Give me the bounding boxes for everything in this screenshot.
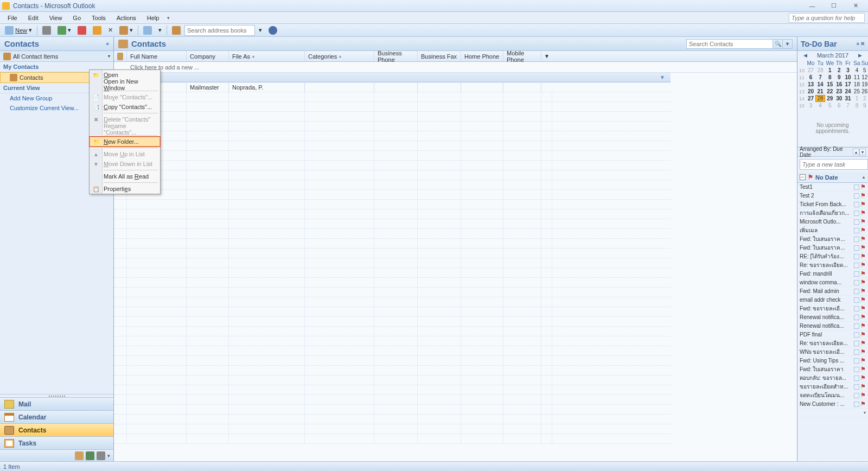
calendar-day[interactable]: 8 (852, 102, 861, 109)
calendar-day[interactable]: 5 (825, 102, 834, 109)
context-menu-item[interactable]: Open in New Window (90, 80, 160, 90)
add-new-contact-row[interactable]: Click here to add a new ... (114, 62, 797, 73)
task-checkbox[interactable] (854, 289, 859, 294)
search-address-dropdown[interactable]: ▾ (256, 25, 265, 36)
task-checkbox[interactable] (854, 323, 859, 329)
calendar-day[interactable]: 18 (852, 81, 861, 88)
calendar-day[interactable]: 9 (861, 102, 868, 109)
contact-row[interactable]: Mailmaster Noprada, P. (114, 82, 671, 92)
calendar-day[interactable]: 28 (815, 95, 825, 102)
journal-icon[interactable] (97, 451, 105, 460)
calendar-day[interactable]: 14 (815, 81, 825, 88)
prev-month-button[interactable]: ◀ (803, 53, 807, 58)
task-item[interactable]: WNs ขอรายละเอี...⚑ (797, 348, 868, 357)
calendar-day[interactable]: 27 (806, 67, 815, 74)
task-flag-icon[interactable]: ⚑ (860, 296, 866, 303)
column-businessfax[interactable]: Business Fax (418, 51, 461, 61)
task-item[interactable]: PDF final⚑ (797, 330, 868, 339)
calendar-day[interactable]: 25 (852, 88, 861, 95)
task-flag-icon[interactable]: ⚑ (860, 209, 866, 217)
task-checkbox[interactable] (854, 237, 859, 242)
calendar-day[interactable]: 31 (844, 95, 852, 102)
column-fileas[interactable]: File As▴ (229, 51, 305, 61)
shortcuts-icon[interactable] (86, 451, 94, 460)
help-question-input[interactable] (789, 13, 865, 23)
send-receive-button[interactable]: ▾ (55, 25, 74, 36)
task-checkbox[interactable] (854, 254, 859, 259)
task-flag-icon[interactable]: ⚑ (860, 400, 866, 408)
context-menu-item[interactable]: 📋Properties (90, 184, 160, 194)
collapse-nodate-icon[interactable]: − (800, 174, 806, 180)
calendar-day[interactable]: 30 (835, 95, 844, 102)
task-item[interactable]: Fwd: ใบเสนอราค...⚑ (797, 244, 868, 252)
task-checkbox[interactable] (854, 184, 859, 190)
help-question-dropdown[interactable]: ▾ (164, 15, 172, 21)
calendar-day[interactable]: 2 (835, 67, 844, 74)
task-item[interactable]: การแจ้งเตือนเกี่ยวก...⚑ (797, 209, 868, 218)
task-flag-icon[interactable]: ⚑ (860, 357, 866, 364)
calendar-day[interactable]: 6 (806, 74, 815, 81)
task-item[interactable]: Renewal notifica...⚑ (797, 322, 868, 330)
calendar-day[interactable]: 4 (815, 102, 825, 109)
task-flag-icon[interactable]: ⚑ (860, 322, 866, 329)
task-flag-icon[interactable]: ⚑ (860, 183, 866, 190)
column-fullname[interactable]: Full Name (127, 51, 187, 61)
calendar-day[interactable]: 11 (852, 74, 861, 81)
menu-help[interactable]: Help (142, 14, 165, 22)
task-item[interactable]: Re: ขอรายละเอียด...⚑ (797, 339, 868, 348)
menu-go[interactable]: Go (67, 14, 86, 22)
calendar-day[interactable]: 3 (806, 102, 815, 109)
calendar-day[interactable]: 5 (861, 67, 868, 74)
context-menu-item[interactable]: Mark All as Read (90, 171, 160, 181)
maximize-button[interactable]: ☐ (824, 1, 844, 11)
nav-button-mail[interactable]: Mail (0, 397, 113, 410)
task-checkbox[interactable] (854, 263, 859, 268)
calendar-day[interactable]: 13 (806, 81, 815, 88)
task-checkbox[interactable] (854, 280, 859, 285)
task-item[interactable]: Fwd: mandrill⚑ (797, 270, 868, 278)
task-checkbox[interactable] (854, 228, 859, 233)
help-question-box[interactable] (789, 13, 865, 23)
calendar-day[interactable]: 15 (825, 81, 834, 88)
task-flag-icon[interactable]: ⚑ (860, 244, 866, 251)
calendar-day[interactable]: 7 (844, 102, 852, 109)
nav-collapse-button[interactable]: « (106, 41, 109, 47)
task-item[interactable]: จดทะเบียนโดเมน...⚑ (797, 391, 868, 400)
calendar-day[interactable]: 24 (844, 88, 852, 95)
task-checkbox[interactable] (854, 193, 859, 199)
address-book-button[interactable] (169, 25, 183, 36)
task-item[interactable]: Fwd: ใบเสนอราค...⚑ (797, 235, 868, 244)
task-flag-icon[interactable]: ⚑ (860, 279, 866, 286)
calendar-day[interactable]: 10 (844, 74, 852, 81)
all-contact-items-selector[interactable]: All Contact Items ▾ (0, 51, 113, 62)
task-item[interactable]: email addr check⚑ (797, 296, 868, 304)
task-checkbox[interactable] (854, 245, 859, 251)
column-homephone[interactable]: Home Phone (461, 51, 503, 61)
task-flag-icon[interactable]: ⚑ (860, 305, 866, 312)
task-checkbox[interactable] (854, 315, 859, 320)
calendar-day[interactable]: 7 (815, 74, 825, 81)
calendar-day[interactable]: 20 (806, 88, 815, 95)
task-checkbox[interactable] (854, 349, 859, 355)
calendar-day[interactable]: 23 (835, 88, 844, 95)
categorize-button[interactable] (75, 25, 89, 36)
category-group-none[interactable]: − (1 item) ▼ (114, 73, 671, 82)
close-button[interactable]: ✕ (845, 1, 866, 11)
folder-list-icon[interactable] (75, 451, 84, 460)
task-flag-icon[interactable]: ⚑ (860, 314, 866, 321)
calendar-day[interactable]: 19 (861, 81, 868, 88)
task-flag-icon[interactable]: ⚑ (860, 374, 866, 381)
todo-expand-button[interactable]: » (856, 41, 859, 47)
group-filter-icon[interactable]: ▼ (658, 74, 667, 80)
task-checkbox[interactable] (854, 306, 859, 311)
nav-configure-button[interactable]: ▾ (107, 453, 110, 459)
calendar-day[interactable]: 22 (825, 88, 834, 95)
menu-tools[interactable]: Tools (86, 14, 111, 22)
task-flag-icon[interactable]: ⚑ (860, 383, 866, 390)
calendar-day[interactable]: 16 (835, 81, 844, 88)
task-checkbox[interactable] (854, 202, 859, 207)
column-businessphone[interactable]: Business Phone (374, 51, 418, 61)
task-item[interactable]: window comma...⚑ (797, 278, 868, 287)
calendar-day[interactable]: 26 (861, 88, 868, 95)
minimize-button[interactable]: — (802, 1, 822, 11)
